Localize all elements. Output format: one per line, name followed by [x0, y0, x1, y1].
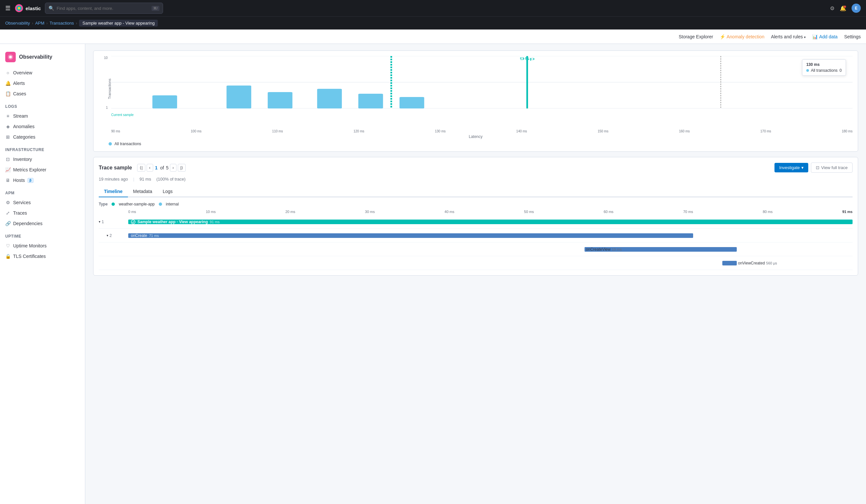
- sidebar-item-label: TLS Certificates: [13, 254, 46, 259]
- histogram-svg: 95p: [111, 56, 853, 108]
- nav-link-anomaly-detection[interactable]: ⚡ Anomaly detection: [720, 34, 764, 39]
- logo-text: elastic: [25, 5, 41, 11]
- svg-rect-13: [358, 94, 383, 108]
- x-30ms: 30 ms: [365, 210, 375, 214]
- sidebar-category-logs: Logs: [0, 99, 85, 111]
- svg-rect-11: [268, 92, 292, 108]
- type-dot-weather: [112, 203, 115, 206]
- search-bar[interactable]: 🔍 ⌘/: [45, 3, 163, 14]
- timeline-row-2: ▾ 2 onCreate 71 ms: [99, 229, 853, 242]
- breadcrumb-link-observability[interactable]: Observability: [5, 21, 30, 25]
- trace-nav-next[interactable]: ›: [170, 164, 177, 172]
- legend-dot: [109, 142, 112, 146]
- sidebar-item-services[interactable]: ⚙ Services: [0, 197, 85, 208]
- alerts-icon: 🔔: [5, 81, 11, 86]
- beta-badge: β: [27, 178, 33, 183]
- sidebar-item-overview[interactable]: ○ Overview: [0, 68, 85, 78]
- sidebar-item-label: Hosts: [13, 177, 25, 183]
- metrics-icon: 📈: [5, 167, 11, 172]
- sidebar-category-apm: APM: [0, 185, 85, 197]
- breadcrumb: Observability › APM › Transactions › Sam…: [5, 20, 158, 26]
- row2-collapse-icon[interactable]: ▾: [107, 234, 108, 237]
- main-content: Transactions 10 1: [85, 44, 866, 504]
- sidebar-category-infrastructure: Infrastructure: [0, 142, 85, 154]
- svg-rect-10: [227, 85, 251, 108]
- sidebar-item-tls-certificates[interactable]: 🔒 TLS Certificates: [0, 251, 85, 262]
- row3-name: onCreateView: [586, 247, 610, 252]
- svg-point-19: [131, 220, 135, 224]
- categories-icon: ⊞: [5, 134, 11, 140]
- breadcrumb-sep-2: ›: [46, 21, 47, 25]
- nav-link-storage-explorer[interactable]: Storage Explorer: [679, 34, 713, 39]
- sidebar-item-alerts[interactable]: 🔔 Alerts: [0, 78, 85, 89]
- settings-icon[interactable]: ⚙: [830, 5, 834, 11]
- nav-link-alerts-rules[interactable]: Alerts and rules ▾: [771, 34, 806, 39]
- trace-nav-prev[interactable]: ‹: [147, 164, 153, 172]
- trace-nav-first[interactable]: ⟨|: [137, 164, 145, 172]
- overview-icon: ○: [5, 70, 11, 76]
- y-tick-10: 10: [104, 56, 108, 60]
- x-0ms: 0 ms: [128, 210, 136, 214]
- user-avatar[interactable]: E: [852, 3, 861, 13]
- anomalies-icon: ◈: [5, 124, 11, 129]
- trace-nav-of: of: [160, 165, 164, 170]
- row1-label-text: Sample weather app - View appearing 91 m…: [131, 220, 220, 224]
- row1-bar-area: Sample weather app - View appearing 91 m…: [128, 215, 853, 228]
- sidebar-item-cases[interactable]: 📋 Cases: [0, 89, 85, 99]
- breadcrumb-link-transactions[interactable]: Transactions: [49, 21, 74, 25]
- tooltip-row: All transactions 0: [806, 68, 842, 73]
- search-input[interactable]: [57, 6, 149, 11]
- trace-percent: (100% of trace): [156, 176, 186, 182]
- row1-label: ▾ 1: [99, 220, 128, 224]
- sidebar-item-label: Overview: [13, 70, 32, 76]
- x-40ms: 40 ms: [444, 210, 454, 214]
- row4-bar-area: onViewCreated 560 μs: [128, 256, 853, 270]
- x-80ms: 80 ms: [763, 210, 773, 214]
- breadcrumb-link-apm[interactable]: APM: [35, 21, 44, 25]
- x-label-150: 150 ms: [598, 129, 609, 133]
- sidebar-item-metrics-explorer[interactable]: 📈 Metrics Explorer: [0, 164, 85, 175]
- sidebar-item-label: Cases: [13, 91, 26, 96]
- sidebar-item-stream[interactable]: ≡ Stream: [0, 111, 85, 121]
- sidebar-item-traces[interactable]: ⤢ Traces: [0, 208, 85, 218]
- investigate-button[interactable]: Investigate ▾: [775, 163, 808, 172]
- hamburger-menu[interactable]: ☰: [5, 4, 11, 12]
- view-full-trace-button[interactable]: ⊡ View full trace: [811, 162, 853, 173]
- elastic-logo[interactable]: elastic: [14, 3, 41, 13]
- sidebar-item-hosts[interactable]: 🖥 Hosts β: [0, 175, 85, 185]
- svg-point-2: [18, 7, 20, 9]
- x-60ms: 60 ms: [603, 210, 613, 214]
- sidebar-item-uptime-monitors[interactable]: ♡ Uptime Monitors: [0, 241, 85, 251]
- nav-link-add-data[interactable]: 📊 Add data: [812, 34, 837, 39]
- sidebar-item-inventory[interactable]: ⊡ Inventory: [0, 154, 85, 164]
- tab-timeline[interactable]: Timeline: [99, 186, 128, 197]
- x-label-90: 90 ms: [111, 129, 120, 133]
- tab-logs[interactable]: Logs: [157, 186, 178, 197]
- x-50ms: 50 ms: [524, 210, 534, 214]
- investigate-chevron: ▾: [801, 165, 804, 170]
- tab-metadata[interactable]: Metadata: [128, 186, 157, 197]
- trace-duration: 91 ms: [140, 176, 151, 182]
- inventory-icon: ⊡: [5, 157, 11, 162]
- row4-label-text: onViewCreated 560 μs: [738, 261, 777, 265]
- sidebar-item-anomalies[interactable]: ◈ Anomalies: [0, 121, 85, 132]
- timeline-x-axis: 0 ms 10 ms 20 ms 30 ms 40 ms 50 ms 60 ms…: [128, 210, 853, 214]
- sidebar-item-categories[interactable]: ⊞ Categories: [0, 132, 85, 142]
- row1-collapse-icon[interactable]: ▾: [99, 220, 100, 224]
- trace-nav-last[interactable]: |⟩: [178, 164, 186, 172]
- nav-link-settings[interactable]: Settings: [844, 34, 861, 39]
- sidebar-item-dependencies[interactable]: 🔗 Dependencies: [0, 218, 85, 229]
- breadcrumb-sep-1: ›: [32, 21, 33, 25]
- histogram-section: Transactions 10 1: [93, 50, 858, 152]
- svg-rect-14: [400, 97, 424, 108]
- x-10ms: 10 ms: [206, 210, 215, 214]
- x-label-140: 140 ms: [516, 129, 527, 133]
- sidebar-item-label: Dependencies: [13, 221, 43, 226]
- row4-bar: [722, 261, 737, 265]
- legend-label: All transactions: [114, 141, 141, 146]
- histogram-inner: 10 1: [111, 56, 853, 110]
- anomaly-label: Anomaly detection: [726, 34, 764, 39]
- notifications-icon[interactable]: 🔔: [840, 5, 846, 11]
- sidebar-app-title: Observability: [19, 54, 52, 60]
- x-label-130: 130 ms: [435, 129, 446, 133]
